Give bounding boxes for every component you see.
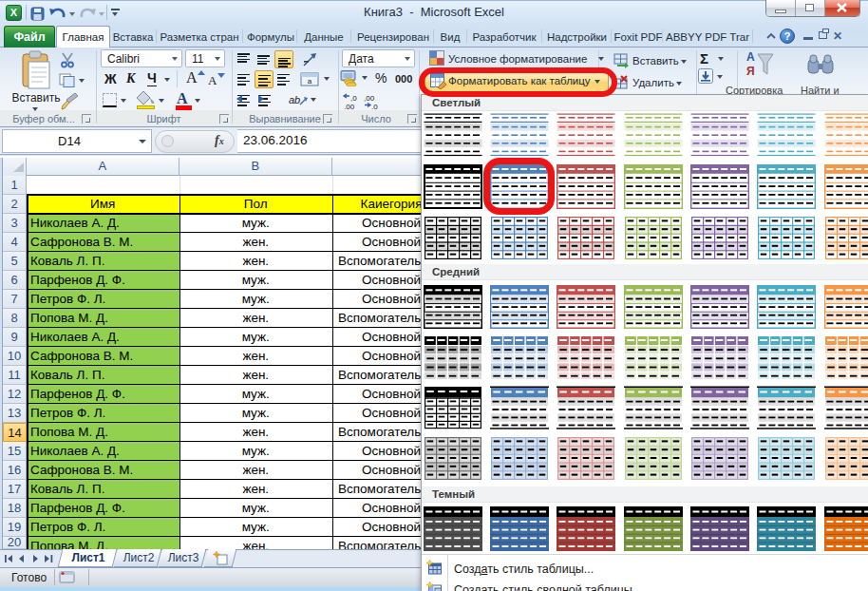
svg-text:,00: ,00 <box>344 103 355 110</box>
svg-text:,0: ,0 <box>371 103 378 110</box>
svg-text:ab: ab <box>289 94 300 105</box>
svg-text:a: a <box>308 77 312 86</box>
